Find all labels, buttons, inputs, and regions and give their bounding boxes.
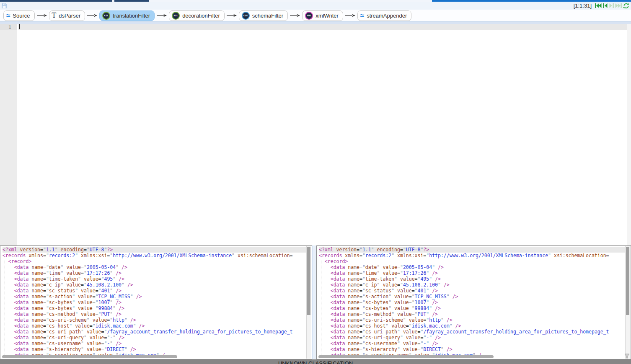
- xsl-stage-icon: XSL: [102, 12, 110, 20]
- stream-stage-icon: ≈: [360, 12, 364, 19]
- flow-arrow-icon: [157, 13, 167, 18]
- stream-stage-icon: ≈: [6, 12, 10, 19]
- filter-funnel-icon[interactable]: [624, 354, 630, 359]
- editor-content[interactable]: [18, 24, 627, 245]
- xml-line: <data name="cs-uri-scheme" value="http" …: [3, 317, 307, 323]
- xml-line: <data name="cs-method" value="PUT" />: [3, 311, 307, 317]
- xml-line: <data name="cs-uri-query" value="-" />: [3, 335, 307, 341]
- xml-line: <data name="c-ip" value="45.108.2.100" /…: [3, 282, 307, 288]
- pipeline-stage-Source[interactable]: ≈Source: [3, 10, 35, 21]
- toolbar: [1:1:31]: [0, 2, 631, 10]
- stage-label: xmlWriter: [316, 13, 339, 19]
- pipeline-stage-streamAppender[interactable]: ≈streamAppender: [357, 10, 411, 21]
- save-icon[interactable]: [1, 3, 7, 9]
- flow-arrow-icon: [37, 13, 47, 18]
- stage-label: schemaFilter: [252, 13, 283, 19]
- xml-line: <record>: [319, 258, 626, 264]
- xml-line: <data name="s-hierarchy" value="DIRECT" …: [319, 346, 626, 352]
- stage-label: dsParser: [59, 13, 80, 19]
- next-record-icon[interactable]: [609, 3, 614, 8]
- xml-line: <data name="s-hierarchy" value="DIRECT" …: [3, 346, 307, 352]
- stage-label: Source: [13, 13, 30, 19]
- xml-line: <data name="c-ip" value="45.108.2.100" /…: [319, 282, 626, 288]
- xml-line: <data name="cs-bytes" value="99884" />: [3, 305, 307, 311]
- flow-arrow-icon: [87, 13, 97, 18]
- xml-line: <data name="cs-username" value="-" />: [3, 341, 307, 346]
- input-vertical-scrollbar[interactable]: [306, 246, 311, 359]
- refresh-icon[interactable]: [623, 3, 629, 9]
- xml-line: <data name="time" value="17:17:26" />: [319, 270, 626, 276]
- xml-output-panel[interactable]: <?xml version="1.1" encoding="UTF-8"?><r…: [316, 245, 631, 359]
- xml-line: <data name="cs-bytes" value="99884" />: [319, 305, 626, 311]
- xml-line: <data name="sc-status" value="401" />: [3, 288, 307, 294]
- classification-label: UNKNOWN CLASSIFICATION: [278, 360, 353, 364]
- xml-line: <data name="sc-bytes" value="1007" />: [3, 299, 307, 305]
- line-number: 1: [0, 24, 17, 30]
- xml-line: <data name="sc-status" value="401" />: [319, 288, 626, 294]
- editor-vertical-scrollbar[interactable]: [627, 24, 631, 245]
- pipeline-stage-decorationFilter[interactable]: XSLdecorationFilter: [169, 10, 225, 21]
- pipeline-stage-schemaFilter[interactable]: XSDschemaFilter: [239, 10, 288, 21]
- pipeline-stage-translationFilter[interactable]: XSLtranslationFilter: [99, 10, 155, 21]
- indent-guide: [5, 259, 5, 355]
- xml-line: <data name="cs-method" value="PUT" />: [319, 311, 626, 317]
- previous-record-icon[interactable]: [603, 3, 608, 8]
- input-vertical-scrollbar-thumb[interactable]: [307, 247, 310, 315]
- output-vertical-scrollbar[interactable]: [625, 246, 630, 359]
- xml-input-content: <?xml version="1.1" encoding="UTF-8"?><r…: [1, 246, 307, 359]
- xsl-stage-icon: XSL: [172, 12, 180, 20]
- xml-line: <data name="cs-uri-scheme" value="http" …: [319, 317, 626, 323]
- flow-arrow-icon: [227, 13, 237, 18]
- xml-line: <data name="date" value="2005-05-04" />: [3, 264, 307, 270]
- skip-to-first-record-icon[interactable]: [595, 3, 602, 8]
- text-stage-icon: T: [52, 12, 57, 19]
- panel-splitter[interactable]: [312, 245, 316, 359]
- record-position-indicator: [1:1:31]: [574, 3, 592, 9]
- xml-line: <records xmlns="records:2" xmlns:xsi="ht…: [3, 253, 307, 258]
- xml-output-content: <?xml version="1.1" encoding="UTF-8"?><r…: [317, 246, 626, 359]
- xml-stage-icon: XML: [305, 12, 313, 20]
- xml-line: <data name="cs-host" value="idisk.mac.co…: [319, 323, 626, 329]
- output-vertical-scrollbar-thumb[interactable]: [626, 247, 629, 315]
- pipeline-stage-dsParser[interactable]: TdsParser: [49, 10, 85, 21]
- xml-line: <record>: [3, 258, 307, 264]
- status-bar: UNKNOWN CLASSIFICATION: [0, 359, 631, 364]
- xml-line: <data name="cs-host" value="idisk.mac.co…: [3, 323, 307, 329]
- stage-label: decorationFilter: [182, 13, 220, 19]
- pipeline-bar: ≈SourceTdsParserXSLtranslationFilterXSLd…: [0, 10, 631, 22]
- xml-line: <data name="s-action" value="TCP_NC_MISS…: [319, 294, 626, 299]
- xml-line: <data name="sc-bytes" value="1007" />: [319, 299, 626, 305]
- flow-arrow-icon: [290, 13, 300, 18]
- preview-panels: <?xml version="1.1" encoding="UTF-8"?><r…: [0, 245, 631, 359]
- source-editor[interactable]: 1: [0, 24, 631, 245]
- stage-label: streamAppender: [367, 13, 407, 19]
- stage-label: translationFilter: [113, 13, 150, 19]
- flow-arrow-icon: [345, 13, 355, 18]
- line-number-gutter: 1: [0, 24, 17, 245]
- xsd-stage-icon: XSD: [242, 12, 250, 20]
- xml-line: <data name="s-action" value="TCP_NC_MISS…: [3, 294, 307, 299]
- app-window: [1:1:31]: [0, 0, 631, 364]
- skip-to-last-record-icon[interactable]: [615, 3, 622, 8]
- xml-line: <data name="time" value="17:17:26" />: [3, 270, 307, 276]
- xml-line: <data name="cs-uri-path" value="/fayray_…: [319, 329, 626, 335]
- xml-line: <data name="cs-uri-path" value="/fayray_…: [3, 329, 307, 335]
- xml-line: <records xmlns="records:2" xmlns:xsi="ht…: [319, 253, 626, 258]
- xml-line: <data name="cs-username" value="-" />: [319, 341, 626, 346]
- indent-guide: [321, 259, 321, 355]
- text-caret: [19, 24, 20, 29]
- current-line-highlight: [18, 24, 627, 30]
- xml-line: <data name="date" value="2005-05-04" />: [319, 264, 626, 270]
- xml-line: <?xml version="1.1" encoding="UTF-8"?>: [319, 247, 626, 253]
- xml-line: <data name="cs-uri-query" value="-" />: [319, 335, 626, 341]
- xml-line: <data name="time-taken" value="495" />: [3, 276, 307, 282]
- input-horizontal-scrollbar-thumb[interactable]: [2, 355, 177, 358]
- output-horizontal-scrollbar-thumb[interactable]: [318, 355, 494, 358]
- xml-line: <data name="time-taken" value="495" />: [319, 276, 626, 282]
- xml-input-panel[interactable]: <?xml version="1.1" encoding="UTF-8"?><r…: [0, 245, 312, 359]
- pipeline-stage-xmlWriter[interactable]: XMLxmlWriter: [302, 10, 343, 21]
- xml-line: <?xml version="1.1" encoding="UTF-8"?>: [3, 247, 307, 253]
